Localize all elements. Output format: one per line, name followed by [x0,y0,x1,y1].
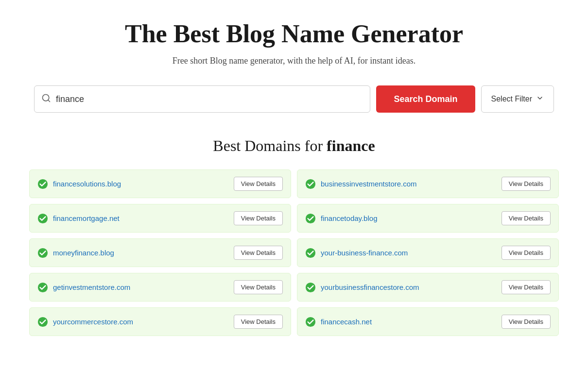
check-available-icon [37,213,48,224]
svg-point-9 [306,282,315,292]
domain-name[interactable]: financemortgage.net [53,214,120,222]
domain-left: getinvestmentstore.com [37,282,130,293]
check-available-icon [37,179,48,189]
select-filter-button[interactable]: Select Filter [481,85,554,113]
check-available-icon [37,282,48,293]
check-available-icon [305,248,316,258]
search-bar: Search Domain Select Filter [29,85,559,113]
view-details-button[interactable]: View Details [502,246,551,260]
search-input[interactable] [56,94,363,104]
view-details-button[interactable]: View Details [502,211,551,225]
svg-point-10 [38,317,48,326]
domain-item: your-business-finance.com View Details [297,238,559,267]
svg-point-4 [38,213,48,223]
domain-name[interactable]: moneyfinance.blog [53,249,114,257]
check-available-icon [37,317,48,327]
domain-name[interactable]: financecash.net [321,318,372,326]
domain-item: businessinvestmentstore.com View Details [297,169,559,198]
domain-name[interactable]: yourcommercestore.com [53,318,133,326]
svg-point-7 [306,248,315,257]
domain-item: yourbusinessfinancestore.com View Detail… [297,273,559,302]
domain-left: moneyfinance.blog [37,248,114,258]
check-available-icon [37,248,48,258]
page-subtitle: Free short Blog name generator, with the… [29,56,559,66]
view-details-button[interactable]: View Details [502,177,551,191]
svg-line-1 [48,100,50,102]
svg-point-8 [38,282,48,292]
domain-item: financecash.net View Details [297,307,559,336]
domain-left: financesolutions.blog [37,179,121,189]
domain-left: yourbusinessfinancestore.com [305,282,419,293]
domain-name[interactable]: your-business-finance.com [321,249,408,257]
view-details-button[interactable]: View Details [234,177,283,191]
domain-item: financemortgage.net View Details [29,204,291,233]
results-title-prefix: Best Domains for [213,137,327,154]
page-header: The Best Blog Name Generator Free short … [29,19,559,66]
results-title: Best Domains for finance [29,137,559,155]
domain-name[interactable]: financesolutions.blog [53,180,121,188]
svg-point-2 [38,179,48,188]
domains-grid: financesolutions.blog View Details busin… [29,169,559,336]
search-domain-button[interactable]: Search Domain [376,85,475,113]
domain-name[interactable]: businessinvestmentstore.com [321,180,417,188]
check-available-icon [305,282,316,293]
check-available-icon [305,317,316,327]
view-details-button[interactable]: View Details [502,315,551,329]
domain-left: financetoday.blog [305,213,377,224]
domain-item: getinvestmentstore.com View Details [29,273,291,302]
domain-name[interactable]: financetoday.blog [321,214,377,222]
view-details-button[interactable]: View Details [234,246,283,260]
domain-item: moneyfinance.blog View Details [29,238,291,267]
results-title-keyword: finance [327,137,375,154]
domain-left: your-business-finance.com [305,248,408,258]
svg-point-3 [306,179,315,188]
check-available-icon [305,213,316,224]
search-icon [41,93,51,105]
view-details-button[interactable]: View Details [502,280,551,294]
domain-name[interactable]: getinvestmentstore.com [53,283,130,291]
domain-left: financemortgage.net [37,213,120,224]
domain-item: financetoday.blog View Details [297,204,559,233]
domain-left: businessinvestmentstore.com [305,179,417,189]
svg-point-6 [38,248,48,257]
svg-point-11 [306,317,315,326]
svg-point-5 [306,213,315,223]
domain-left: yourcommercestore.com [37,317,133,327]
domain-item: financesolutions.blog View Details [29,169,291,198]
page-title: The Best Blog Name Generator [29,19,559,48]
chevron-down-icon [536,94,544,104]
view-details-button[interactable]: View Details [234,315,283,329]
domain-name[interactable]: yourbusinessfinancestore.com [321,283,419,291]
domain-left: financecash.net [305,317,372,327]
filter-label: Select Filter [491,95,532,103]
search-input-wrapper [34,85,370,113]
check-available-icon [305,179,316,189]
view-details-button[interactable]: View Details [234,280,283,294]
domain-item: yourcommercestore.com View Details [29,307,291,336]
view-details-button[interactable]: View Details [234,211,283,225]
